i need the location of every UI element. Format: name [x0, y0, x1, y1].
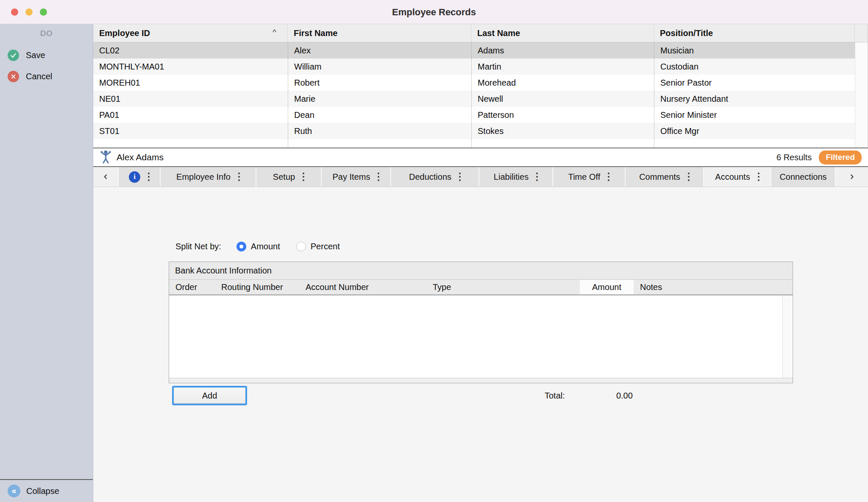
scrollbar-header-cell [855, 24, 868, 42]
sort-ascending-icon: ^ [273, 28, 276, 37]
column-header-routing-number[interactable]: Routing Number [215, 280, 299, 294]
tab-menu-icon[interactable] [148, 173, 150, 181]
collapse-label: Collapse [26, 486, 59, 496]
percent-radio[interactable] [296, 242, 306, 251]
employee-person-icon [100, 150, 111, 165]
tab-liabilities[interactable]: Liabilities [479, 167, 552, 187]
tabs-scroll-left-button[interactable]: ‹ [93, 167, 118, 187]
selected-record-bar: Alex Adams 6 Results Filtered [93, 148, 868, 166]
percent-radio-label[interactable]: Percent [311, 242, 340, 251]
vertical-scrollbar[interactable] [782, 296, 792, 378]
column-header-notes[interactable]: Notes [634, 280, 782, 294]
employee-table-header: Employee ID ^ First Name Last Name Posit… [93, 24, 868, 42]
column-header-account-number[interactable]: Account Number [299, 280, 426, 294]
accounts-tab-content: Split Net by: Amount Percent Bank Accoun… [93, 187, 868, 502]
tab-menu-icon[interactable] [303, 173, 304, 181]
tab-comments[interactable]: Comments [626, 167, 703, 187]
cancel-label: Cancel [26, 72, 52, 81]
tabs-scroll-right-button[interactable]: › [836, 167, 868, 187]
tab-setup[interactable]: Setup [256, 167, 321, 187]
tab-accounts[interactable]: Accounts [704, 167, 771, 187]
main-area: Employee ID ^ First Name Last Name Posit… [93, 24, 868, 502]
add-button[interactable]: Add [172, 386, 247, 405]
filtered-badge[interactable]: Filtered [819, 151, 862, 165]
bank-account-table: Bank Account Information Order Routing N… [169, 262, 793, 383]
tab-menu-icon[interactable] [608, 173, 609, 181]
tab-menu-icon[interactable] [238, 173, 240, 181]
split-net-by-group: Split Net by: Amount Percent [175, 237, 868, 256]
table-row[interactable]: CL02 Alex Adams Musician [93, 42, 855, 59]
tab-menu-icon[interactable] [688, 173, 690, 181]
chevron-right-icon: › [850, 170, 854, 183]
bank-table-empty-area[interactable] [169, 296, 782, 378]
bank-table-body [169, 296, 793, 378]
save-button[interactable]: Save [0, 47, 93, 64]
employee-table: Employee ID ^ First Name Last Name Posit… [93, 24, 868, 148]
table-row[interactable]: PA01 Dean Patterson Senior Minister [93, 107, 855, 123]
tab-menu-icon[interactable] [758, 173, 760, 181]
column-header-employee-id[interactable]: Employee ID ^ [93, 24, 288, 42]
column-header-order[interactable]: Order [169, 280, 215, 294]
tab-bar: ‹ i Employee Info Setup Pay Items Deduct… [93, 167, 868, 187]
scrollbar-header-cell [782, 280, 793, 294]
title-bar: Employee Records [0, 0, 868, 24]
tab-menu-icon[interactable] [459, 173, 461, 181]
column-header-type[interactable]: Type [426, 280, 580, 294]
amount-radio-label[interactable]: Amount [251, 242, 280, 251]
amount-radio[interactable] [236, 242, 246, 251]
collapse-chevrons-icon: « [8, 485, 20, 497]
table-row[interactable]: NE01 Marie Newell Nursery Attendant [93, 91, 855, 107]
selected-employee-name: Alex Adams [117, 152, 164, 162]
table-row[interactable]: ST01 Ruth Stokes Office Mgr [93, 123, 855, 139]
x-circle-icon [8, 71, 19, 82]
bank-table-footer: Add Total: 0.00 [172, 386, 868, 405]
tab-info[interactable]: i [119, 167, 160, 187]
sidebar-header: DO [0, 24, 93, 42]
tab-menu-icon[interactable] [378, 173, 379, 181]
check-circle-icon [8, 50, 19, 61]
save-label: Save [26, 50, 45, 60]
cancel-button[interactable]: Cancel [0, 68, 93, 85]
table-row[interactable]: MOREH01 Robert Morehead Senior Pastor [93, 75, 855, 91]
collapse-button[interactable]: « Collapse [0, 479, 93, 502]
bank-table-title: Bank Account Information [169, 262, 793, 280]
tab-connections[interactable]: Connections [771, 167, 835, 187]
tab-pay-items[interactable]: Pay Items [322, 167, 390, 187]
tab-employee-info[interactable]: Employee Info [161, 167, 256, 187]
table-empty-area [93, 139, 855, 148]
window-title: Employee Records [0, 0, 868, 24]
column-header-position[interactable]: Position/Title [654, 24, 855, 42]
total-value: 0.00 [582, 391, 633, 401]
app-window: Employee Records DO Save Cancel « Collap… [0, 0, 868, 502]
column-header-last-name[interactable]: Last Name [471, 24, 654, 42]
vertical-scrollbar[interactable] [855, 42, 868, 148]
tab-time-off[interactable]: Time Off [553, 167, 625, 187]
column-header-first-name[interactable]: First Name [288, 24, 471, 42]
chevron-left-icon: ‹ [104, 170, 108, 183]
tab-deductions[interactable]: Deductions [391, 167, 479, 187]
split-net-by-label: Split Net by: [175, 242, 221, 251]
horizontal-scrollbar[interactable] [169, 378, 793, 383]
action-sidebar: DO Save Cancel « Collapse [0, 24, 93, 502]
total-label: Total: [545, 391, 565, 401]
info-icon: i [129, 171, 140, 183]
tab-menu-icon[interactable] [536, 173, 538, 181]
table-row[interactable]: MONTHLY-MA01 William Martin Custodian [93, 59, 855, 75]
employee-table-body: CL02 Alex Adams Musician MONTHLY-MA01 Wi… [93, 42, 868, 148]
column-header-amount[interactable]: Amount [580, 280, 634, 294]
results-count: 6 Results [776, 153, 812, 162]
bank-table-header: Order Routing Number Account Number Type… [169, 280, 793, 296]
